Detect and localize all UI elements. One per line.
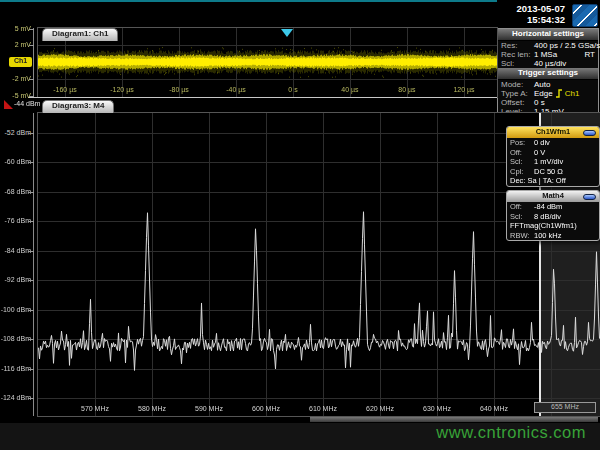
horizontal-position-bar	[0, 0, 497, 2]
d3-y-tick	[28, 192, 34, 193]
trigger-offset-row[interactable]: Offset: 0 s	[498, 98, 598, 107]
datetime-display: 2013-05-07 15:54:32	[480, 3, 565, 25]
d3-y-axis-label: -100 dBm	[0, 306, 31, 313]
red-marker-icon	[4, 100, 13, 109]
d3-y-axis-label: -84 dBm	[0, 247, 31, 254]
oscilloscope-screen: 2013-05-07 15:54:32 Horizontal settings …	[0, 0, 600, 450]
minimize-button[interactable]	[583, 194, 596, 200]
math4-info-panel[interactable]: Math4 Off:-84 dBmScl:8 dB/divFFTmag(Ch1W…	[506, 190, 600, 241]
settings-panel: Horizontal settings Res: 400 ps / 2.5 GS…	[497, 28, 599, 113]
trigger-settings-header[interactable]: Trigger settings	[498, 68, 598, 80]
watermark-strip: www.cntronics.com	[0, 423, 600, 450]
d1-x-axis-label: 0 s	[271, 86, 315, 93]
minimize-button[interactable]	[583, 130, 596, 136]
d1-x-axis-label: 80 µs	[385, 86, 429, 93]
trigger-position-marker-icon[interactable]	[281, 29, 293, 37]
rising-edge-icon	[555, 89, 563, 98]
diagram-divider	[28, 97, 497, 98]
d3-y-tick	[28, 369, 34, 370]
rohde-schwarz-logo-icon	[572, 4, 598, 27]
panel-row: FFTmag(Ch1Wfm1)	[507, 221, 599, 231]
d1-x-axis-label: 40 µs	[328, 86, 372, 93]
d1-x-axis-label: -40 µs	[214, 86, 258, 93]
d3-y-axis-label: -52 dBm	[0, 129, 31, 136]
d3-x-axis-label: 620 MHz	[358, 405, 402, 412]
d3-y-tick	[28, 310, 34, 311]
d3-y-tick	[28, 398, 34, 399]
d1-x-axis-label: -160 µs	[43, 86, 87, 93]
d1-x-axis-label: 120 µs	[442, 86, 486, 93]
d3-y-axis-label: -60 dBm	[0, 158, 31, 165]
d1-y-tick	[29, 29, 34, 30]
trigger-type-row[interactable]: Type A: Edge Ch1	[498, 89, 598, 98]
d1-y-axis-label: 2 mV	[0, 41, 31, 48]
panel-row: Scl:1 mV/div	[507, 157, 599, 167]
d3-y-tick	[28, 251, 34, 252]
trigger-mode-row[interactable]: Mode: Auto	[498, 80, 598, 89]
d1-y-axis-ruler	[33, 28, 34, 97]
trigger-source-label: Ch1	[565, 89, 580, 98]
watermark-text: www.cntronics.com	[0, 423, 600, 442]
d3-x-axis-label: 630 MHz	[415, 405, 459, 412]
d3-x-axis-label: 640 MHz	[472, 405, 516, 412]
channel1-position-badge[interactable]: Ch1	[9, 57, 32, 67]
d3-y-axis-ruler	[33, 113, 34, 416]
d3-x-axis-label: 570 MHz	[73, 405, 117, 412]
d3-y-axis-label: -68 dBm	[0, 188, 31, 195]
d3-y-tick	[28, 339, 34, 340]
panel-row: Scl:8 dB/div	[507, 212, 599, 222]
tab-diagram1-ch1[interactable]: Diagram1: Ch1	[42, 28, 118, 41]
panel-row: RBW:100 kHz	[507, 231, 599, 241]
d1-y-tick	[29, 96, 34, 97]
d1-y-tick	[29, 79, 34, 80]
d3-x-axis-label: 590 MHz	[187, 405, 231, 412]
d3-x-axis-label: 600 MHz	[244, 405, 288, 412]
d3-y-axis-label: -124 dBm	[0, 394, 31, 401]
resolution-row[interactable]: Res: 400 ps / 2.5 GSa/s	[498, 41, 598, 50]
d3-y-tick	[28, 162, 34, 163]
math4-panel-header[interactable]: Math4	[507, 191, 599, 202]
ch1wfm1-panel-header[interactable]: Ch1Wfm1	[507, 127, 599, 138]
realtime-badge: RT	[584, 50, 595, 59]
d3-x-axis-label: 580 MHz	[130, 405, 174, 412]
panel-row: Off:0 V	[507, 148, 599, 158]
ch1wfm1-info-panel[interactable]: Ch1Wfm1 Pos:0 divOff:0 VScl:1 mV/divCpl:…	[506, 126, 600, 187]
record-length-row[interactable]: Rec len: 1 MSa RT	[498, 50, 598, 59]
d1-y-axis-label: -5 mV	[0, 92, 31, 99]
bottom-scrollbar[interactable]	[310, 417, 598, 422]
d1-x-axis-label: -80 µs	[157, 86, 201, 93]
panel-row: Off:-84 dBm	[507, 202, 599, 212]
d3-y-axis-label: -108 dBm	[0, 335, 31, 342]
horizontal-settings-header[interactable]: Horizontal settings	[498, 29, 598, 41]
d3-top-y-label: -44 dBm	[14, 100, 62, 107]
d3-y-tick	[28, 221, 34, 222]
d1-y-axis-label: 5 mV	[0, 25, 31, 32]
panel-row: Dec: Sa | TA: Off	[507, 176, 599, 186]
d3-edge-frequency-label: 655 MHz	[534, 402, 596, 413]
d3-y-axis-label: -116 dBm	[0, 365, 31, 372]
d3-y-axis-label: -76 dBm	[0, 217, 31, 224]
d3-x-axis-label: 610 MHz	[301, 405, 345, 412]
time-text: 15:54:32	[480, 14, 565, 25]
date-text: 2013-05-07	[480, 3, 565, 14]
d3-y-tick	[28, 133, 34, 134]
d3-y-tick	[28, 280, 34, 281]
d1-y-tick	[29, 45, 34, 46]
panel-row: Cpl:DC 50 Ω	[507, 167, 599, 177]
d1-x-axis-label: -120 µs	[100, 86, 144, 93]
d3-y-axis-label: -92 dBm	[0, 276, 31, 283]
panel-row: Pos:0 div	[507, 138, 599, 148]
timescale-row[interactable]: Scl: 40 µs/div	[498, 59, 598, 68]
d1-y-axis-label: -2 mV	[0, 75, 31, 82]
